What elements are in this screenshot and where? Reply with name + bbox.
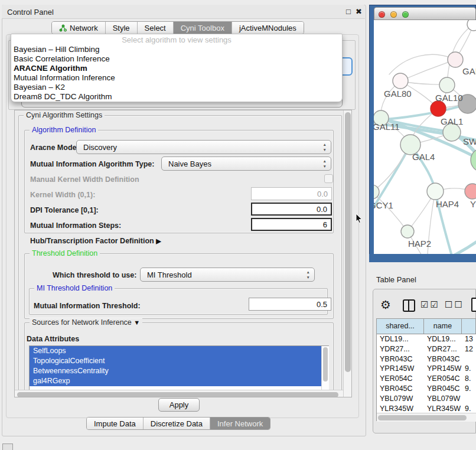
gear-icon[interactable]: ⚙ [380,298,391,312]
combo-spinner-icon: ▲▼ [323,158,327,169]
network-node[interactable] [393,73,408,89]
minimize-traffic-light-icon[interactable] [390,11,397,18]
which-threshold-combo[interactable]: MI Threshold ▲▼ [140,268,315,282]
data-attributes-items: SelfLoopsTopologicalCoefficientBetweenne… [30,346,328,386]
network-node[interactable] [401,225,414,238]
table-cell: YER054C [377,374,424,384]
dpi-tolerance-input[interactable] [251,203,332,216]
which-threshold-value: MI Threshold [147,270,192,279]
attribute-list-item[interactable]: gal4RGexp [30,376,328,386]
network-node[interactable] [465,184,476,199]
table-cell: YDL19... [377,334,424,344]
network-node[interactable] [439,77,455,93]
close-window-icon[interactable]: ✖ [356,7,362,16]
column-header[interactable]: shared... [377,319,424,334]
attribute-list-item[interactable]: SelfLoops [30,346,328,356]
select-all-icon[interactable]: ☑☑ [420,299,440,310]
column-header[interactable] [462,319,476,334]
network-node[interactable] [427,183,444,200]
attribute-list-item[interactable]: TopologicalCoefficient [30,356,328,366]
node-label: HAP2 [408,239,431,249]
node-label: GAL1 [441,116,463,126]
tab-discretize-data[interactable]: Discretize Data [144,418,210,429]
table-row[interactable]: YBR045CYBR045C9. [377,384,476,394]
deselect-all-icon[interactable]: ☐☐ [445,299,464,310]
zoom-traffic-light-icon[interactable] [402,11,409,18]
tab-select[interactable]: Select [138,22,174,34]
algorithm-option[interactable]: Bayesian – K2 [11,83,342,92]
table-cell: 8. [462,374,476,384]
mi-steps-input[interactable] [251,218,332,231]
table-panel-title: Table Panel [376,275,416,284]
network-edge[interactable] [428,237,476,254]
manual-kernel-width-checkbox[interactable] [324,174,333,183]
tab-impute-data[interactable]: Impute Data [87,418,144,429]
network-node[interactable] [467,20,476,31]
horizontal-scrollbar[interactable] [15,390,343,397]
desktop: { "control_panel": { "title": "Control P… [0,0,476,450]
aracne-mode-combo[interactable]: Discovery ▲▼ [76,140,331,154]
table-cell: YLR345W [424,404,462,414]
tab-style[interactable]: Style [106,22,138,34]
close-traffic-light-icon[interactable] [379,11,385,18]
mi-algorithm-type-combo[interactable]: Naive Bayes ▲▼ [161,156,331,171]
table-cell: YER054C [424,374,462,384]
tab-cyni-toolbox[interactable]: Cyni Toolbox [174,22,232,34]
tab-jactivemnodules[interactable]: jActiveMNodules [232,22,304,34]
horizontal-scrollbar-thumb[interactable] [17,392,338,397]
table-row[interactable]: YLR345WYLR345W9. [377,404,476,414]
mi-threshold-label: Mutual Information Threshold: [34,302,141,310]
algorithm-option[interactable]: Basic Correlation Inference [11,54,342,64]
table-horizontal-scrollbar[interactable] [377,413,476,422]
node-table-body: YDL19...YDL19...13YDR27...YDR27...12YBR0… [377,334,476,421]
column-header[interactable]: name [424,319,462,334]
algorithm-option[interactable]: ARACNE Algorithm [11,64,342,73]
threshold-definition-title: Threshold Definition [30,249,100,257]
table-cell: YBR045C [424,384,462,394]
network-edge[interactable] [374,192,407,231]
dpi-tolerance-label: DPI Tolerance [0,1]: [30,206,99,214]
expanded-arrow-icon[interactable]: ▼ [133,319,140,326]
mi-threshold-input[interactable] [249,298,331,311]
table-row[interactable]: YBR043CYBR043C [377,354,476,364]
algorithm-option[interactable]: Mutual Information Inference [11,73,342,83]
control-panel-titlebar[interactable] [2,5,365,19]
algorithm-option[interactable]: Bayesian – Hill Climbing [11,45,342,54]
table-cell: YLR345W [377,404,424,414]
table-row[interactable]: YPR145WYPR145W9. [377,364,476,374]
table-row[interactable]: YBL079WYBL079W [377,394,476,404]
apply-button[interactable]: Apply [158,398,200,412]
aracne-mode-value: Discovery [83,143,117,152]
tab-network[interactable]: Network [52,22,106,34]
network-canvas[interactable]: GALGAL80GAL10GAL1GAL11SWI4GAL4GCY1HAP4YH… [374,20,476,254]
vertical-scrollbar[interactable] [343,110,352,397]
aracne-mode-label: Aracne Mode: [30,144,79,152]
float-window-icon[interactable]: □ [346,7,351,16]
table-scrollbar-thumb[interactable] [378,415,467,420]
hub-definition-label[interactable]: Hub/Transcription Factor Definition ▶ [30,237,161,245]
network-window-bottom-border [369,254,476,262]
network-node[interactable] [448,52,463,67]
vertical-scrollbar-thumb[interactable] [345,112,351,372]
table-cell: YPR145W [377,364,424,374]
table-cell: YBR045C [377,384,424,394]
network-node[interactable] [431,101,446,116]
collapsed-arrow-icon[interactable]: ▶ [156,237,161,244]
network-edge[interactable] [389,54,455,74]
cyni-bottom-tabs: Impute DataDiscretize DataInfer Network [86,417,270,430]
algorithm-option[interactable]: Dream8 DC_TDC Algorithm [11,92,342,102]
table-row[interactable]: YDL19...YDL19...13 [377,334,476,344]
network-window-titlebar[interactable] [374,7,476,20]
kernel-width-input[interactable] [251,187,332,200]
algorithm-dropdown-hint: Select algorithm to view settings [11,35,342,45]
table-row[interactable]: YDR27...YDR27...12 [377,344,476,354]
hub-definition-text: Hub/Transcription Factor Definition [30,237,154,245]
document-icon[interactable] [471,298,476,312]
split-view-icon[interactable] [403,299,415,312]
tab-infer-network[interactable]: Infer Network [210,418,270,429]
sources-title[interactable]: Sources for Network Inference ▼ [30,318,142,327]
table-row[interactable]: YER054CYER054C8. [377,374,476,384]
attributes-scrollbar-thumb[interactable] [323,347,328,381]
attribute-list-item[interactable]: BetweennessCentrality [30,366,328,376]
minimized-panel-icon[interactable] [2,444,13,450]
